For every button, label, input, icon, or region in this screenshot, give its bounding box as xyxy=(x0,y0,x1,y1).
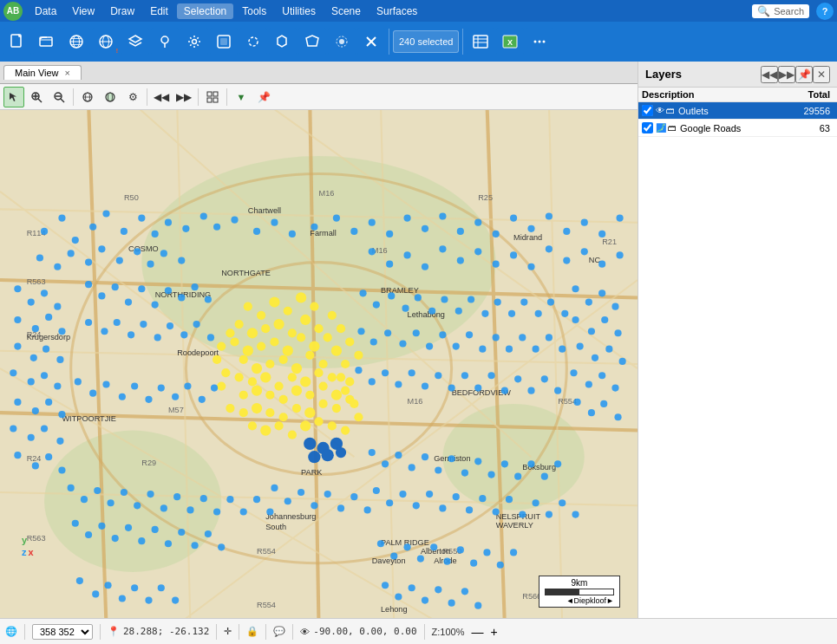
map-select-tool[interactable] xyxy=(3,87,24,107)
svg-point-429 xyxy=(382,460,389,467)
map-zoom-out[interactable] xyxy=(49,87,69,107)
zoom-in-button[interactable]: + xyxy=(490,625,497,639)
svg-point-260 xyxy=(546,245,553,252)
svg-point-131 xyxy=(273,319,284,329)
svg-point-223 xyxy=(333,214,340,221)
toolbar-clear-selection[interactable] xyxy=(357,28,385,55)
svg-point-479 xyxy=(395,593,402,600)
layer-roads-checkbox[interactable] xyxy=(642,122,653,133)
svg-point-248 xyxy=(160,250,167,257)
svg-point-368 xyxy=(466,331,473,338)
map-globe2[interactable] xyxy=(100,87,121,107)
svg-text:NELSPRUIT: NELSPRUIT xyxy=(496,512,541,521)
svg-point-212 xyxy=(138,214,145,221)
map-grid[interactable] xyxy=(202,87,223,107)
menu-scene[interactable]: Scene xyxy=(324,3,368,19)
layer-outlets-checkbox[interactable] xyxy=(642,105,653,116)
svg-point-326 xyxy=(128,331,134,338)
svg-point-433 xyxy=(435,466,441,473)
svg-point-188 xyxy=(314,417,323,426)
svg-point-197 xyxy=(350,400,358,408)
search-box[interactable]: 🔍 Search xyxy=(752,4,809,18)
svg-point-252 xyxy=(404,251,411,258)
svg-point-408 xyxy=(72,520,79,527)
svg-point-475 xyxy=(483,549,490,556)
layer-row-outlets[interactable]: 👁 🗃 Outlets 29556 xyxy=(638,102,837,120)
menu-surfaces[interactable]: Surfaces xyxy=(369,3,424,19)
svg-point-313 xyxy=(85,281,92,288)
layers-close-btn[interactable]: ✕ xyxy=(813,66,830,83)
svg-point-49 xyxy=(44,431,221,572)
coords-display-dropdown[interactable]: 358 352 xyxy=(32,624,93,640)
svg-point-463 xyxy=(131,584,138,591)
toolbar-poly-select[interactable] xyxy=(298,28,326,55)
toolbar-globe[interactable] xyxy=(62,28,90,55)
toolbar-globe2[interactable]: ! xyxy=(92,28,120,55)
svg-point-185 xyxy=(274,421,283,430)
map-layer-toggle[interactable]: ▼ xyxy=(231,87,252,107)
map-pin-toggle[interactable]: 📌 xyxy=(253,87,274,107)
svg-point-394 xyxy=(94,487,101,494)
help-button[interactable]: ? xyxy=(816,3,834,20)
menu-draw[interactable]: Draw xyxy=(103,3,141,19)
toolbar-new[interactable] xyxy=(3,28,31,55)
map-zoom-in[interactable] xyxy=(26,87,47,107)
layers-pin-btn[interactable]: 📌 xyxy=(795,66,813,83)
svg-text:Krugersdorp: Krugersdorp xyxy=(27,333,70,342)
layer-outlets-icons: 👁 🗃 xyxy=(656,106,675,115)
zoom-out-button[interactable]: — xyxy=(471,625,483,639)
svg-point-336 xyxy=(119,394,126,400)
svg-point-437 xyxy=(487,472,494,478)
svg-point-149 xyxy=(291,363,302,374)
svg-point-471 xyxy=(430,543,437,550)
toolbar-buffer[interactable] xyxy=(328,28,356,55)
svg-text:WAVERLY: WAVERLY xyxy=(496,521,533,530)
map-forward[interactable]: ▶▶ xyxy=(173,87,194,107)
layer-row-google-roads[interactable]: 🗾 🗃 Google Roads 63 xyxy=(638,120,837,137)
toolbar-excel[interactable]: X xyxy=(496,28,524,55)
toolbar-more[interactable] xyxy=(526,28,553,55)
svg-point-370 xyxy=(493,334,500,341)
svg-point-288 xyxy=(56,438,63,445)
svg-point-396 xyxy=(121,489,128,496)
toolbar-lasso[interactable] xyxy=(269,28,297,55)
layers-collapse-left[interactable]: ◀◀ xyxy=(761,66,778,83)
map-globe[interactable] xyxy=(77,87,98,107)
menu-edit[interactable]: Edit xyxy=(143,3,175,19)
svg-point-128 xyxy=(235,320,244,329)
svg-point-422 xyxy=(298,489,304,496)
toolbar-settings[interactable] xyxy=(180,28,208,55)
status-lock: 🔒 xyxy=(246,626,258,637)
menu-selection[interactable]: Selection xyxy=(177,3,233,19)
map-settings[interactable]: ⚙ xyxy=(122,87,143,107)
toolbar-open[interactable] xyxy=(33,28,61,55)
toolbar-select2[interactable] xyxy=(239,28,267,55)
toolbar-select-tool[interactable] xyxy=(210,28,238,55)
menu-view[interactable]: View xyxy=(65,3,101,19)
tab-close-button[interactable]: × xyxy=(65,68,70,78)
status-lock-icon: 🔒 xyxy=(246,626,258,637)
svg-point-398 xyxy=(147,491,154,498)
svg-point-356 xyxy=(520,298,527,305)
map-rewind[interactable]: ◀◀ xyxy=(151,87,172,107)
main-view-tab[interactable]: Main View × xyxy=(3,65,82,80)
svg-point-18 xyxy=(339,39,344,44)
toolbar-pin[interactable] xyxy=(151,28,179,55)
svg-point-303 xyxy=(605,346,612,353)
svg-point-179 xyxy=(304,407,315,418)
toolbar-layer[interactable] xyxy=(121,28,149,55)
svg-point-154 xyxy=(235,373,244,381)
selected-count-label: 240 selected xyxy=(393,30,459,53)
svg-point-160 xyxy=(314,368,323,377)
svg-point-383 xyxy=(448,384,455,391)
svg-point-360 xyxy=(357,328,364,335)
layers-collapse-right[interactable]: ▶▶ xyxy=(778,66,795,83)
svg-point-190 xyxy=(226,329,234,337)
menu-tools[interactable]: Tools xyxy=(235,3,273,19)
menu-data[interactable]: Data xyxy=(28,3,63,19)
menu-utilities[interactable]: Utilities xyxy=(275,3,323,19)
svg-point-150 xyxy=(305,351,314,360)
svg-point-461 xyxy=(104,582,111,589)
toolbar-table[interactable] xyxy=(467,28,494,55)
map-canvas[interactable]: R114 R563 R24 R24 R563 R21 R50 R25 M16 M… xyxy=(0,110,638,618)
